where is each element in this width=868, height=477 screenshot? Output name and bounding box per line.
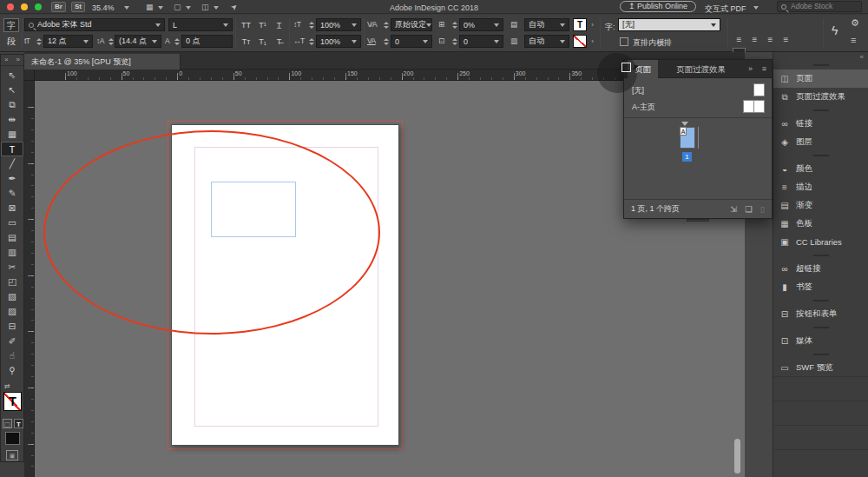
- spread-collapse-triangle[interactable]: [681, 122, 688, 126]
- page-number-badge[interactable]: 1: [682, 152, 692, 162]
- ellipse-shape[interactable]: [43, 130, 380, 335]
- vertical-ruler[interactable]: [24, 81, 35, 477]
- gradient-feather-tool[interactable]: ▨: [1, 304, 23, 319]
- screen-mode-button[interactable]: ▣: [6, 450, 18, 460]
- dock-item-layers[interactable]: ◈图层: [773, 133, 868, 151]
- dock-collapse-icon[interactable]: «: [860, 53, 864, 61]
- format-container-toggle[interactable]: ▢: [3, 419, 12, 428]
- fill-flyout-arrow[interactable]: ›: [589, 18, 596, 31]
- pencil-tool[interactable]: ✎: [1, 186, 23, 201]
- small-caps-button[interactable]: Tт: [239, 35, 253, 49]
- panel-gear-icon[interactable]: ⚙: [851, 17, 858, 30]
- zoom-tool[interactable]: ⚲: [1, 363, 23, 378]
- tools-close-icon[interactable]: ×: [4, 55, 9, 65]
- grid-count-stepper[interactable]: [451, 35, 457, 48]
- quick-apply-icon[interactable]: ϟ: [832, 24, 838, 37]
- align-justify-button[interactable]: ≡: [779, 33, 792, 46]
- page-tool[interactable]: ⧉: [1, 97, 23, 112]
- kerning-field[interactable]: 0 点: [181, 35, 233, 48]
- workspace-switcher[interactable]: 交互式 PDF: [705, 3, 746, 15]
- horizontal-grid-tool[interactable]: ▤: [1, 230, 23, 245]
- content-collector-tool[interactable]: ▦: [1, 127, 23, 142]
- dock-item-bookmarks[interactable]: ▮书签: [773, 278, 868, 296]
- adobe-stock-search-input[interactable]: Adobe Stock: [777, 1, 862, 12]
- direct-selection-tool[interactable]: ↖: [1, 83, 23, 97]
- publish-online-button[interactable]: ↥ Publish Online: [620, 1, 696, 12]
- page-1-thumbnail[interactable]: A: [680, 127, 695, 149]
- workspace-caret[interactable]: [753, 6, 759, 10]
- kerning-stepper[interactable]: [174, 35, 180, 48]
- swap-fill-stroke-icon[interactable]: ⇄: [4, 382, 10, 390]
- stroke-flyout-arrow[interactable]: ›: [589, 35, 596, 48]
- rectangle-tool[interactable]: ▭: [1, 215, 23, 230]
- all-caps-button[interactable]: TT: [239, 18, 253, 32]
- align-center-button[interactable]: ≡: [748, 33, 761, 46]
- note-tool[interactable]: ⊟: [1, 319, 23, 334]
- character-formatting-button[interactable]: 字: [3, 18, 19, 32]
- frame-tool[interactable]: ⊠: [1, 201, 23, 215]
- tsume-stepper[interactable]: [383, 35, 389, 48]
- dock-item-buttons-forms[interactable]: ⊟按钮和表单: [773, 305, 868, 323]
- font-size-select[interactable]: 12 点: [43, 35, 93, 48]
- vertical-scale-select[interactable]: 100%: [316, 18, 361, 31]
- hand-tool[interactable]: ☝: [1, 348, 23, 363]
- type-tool[interactable]: T: [1, 142, 23, 156]
- format-text-toggle[interactable]: T: [14, 419, 23, 428]
- dock-item-gradient[interactable]: ▤渐变: [773, 196, 868, 215]
- master-row-none[interactable]: [无]: [624, 82, 772, 98]
- gyoudori-select[interactable]: 自动: [524, 18, 569, 31]
- paragraph-formatting-button[interactable]: 段: [3, 35, 19, 49]
- dock-item-stroke[interactable]: ≡描边: [773, 178, 868, 196]
- stroke-color-swatch[interactable]: [573, 35, 587, 48]
- vertical-scale-stepper[interactable]: [308, 18, 314, 31]
- gap-tool[interactable]: ⇹: [1, 112, 23, 127]
- leading-stepper[interactable]: [108, 35, 114, 48]
- text-fill-proxy-swatch[interactable]: T: [3, 392, 22, 411]
- tab-page-transitions[interactable]: 页面过渡效果: [669, 60, 733, 78]
- new-page-action-icon[interactable]: ❏: [745, 204, 753, 214]
- font-size-stepper[interactable]: [36, 35, 42, 48]
- dock-item-swatches[interactable]: ▦色板: [773, 215, 868, 233]
- document-tab[interactable]: 未命名-1 @ 35% [GPU 预览]: [24, 54, 181, 70]
- pages-more-icon[interactable]: »: [748, 60, 753, 78]
- eyedropper-tool[interactable]: ✐: [1, 334, 23, 348]
- dock-item-media[interactable]: ⊡媒体: [773, 332, 868, 350]
- vertical-grid-tool[interactable]: ▥: [1, 245, 23, 260]
- dock-item-swf-preview[interactable]: ▭SWF 预览: [773, 359, 868, 377]
- tools-collapse-icon[interactable]: »: [16, 55, 20, 65]
- superscript-button[interactable]: T¹: [255, 18, 270, 32]
- dock-item-pages[interactable]: ◫页面: [773, 70, 868, 88]
- char-align-select[interactable]: 自动: [524, 35, 569, 48]
- tatechuyoko-checkbox[interactable]: [620, 37, 628, 46]
- proportional-spacing-select[interactable]: 0%: [459, 18, 503, 31]
- ruler-corner[interactable]: [24, 70, 35, 81]
- font-style-select[interactable]: L: [168, 18, 233, 31]
- horizontal-scale-stepper[interactable]: [308, 35, 314, 48]
- tracking-select[interactable]: 原始设定: [391, 18, 432, 31]
- align-right-button[interactable]: ≡: [764, 33, 777, 46]
- align-left-button[interactable]: ≡: [733, 33, 746, 46]
- page-transition-action-icon[interactable]: ⇲: [730, 204, 737, 214]
- free-transform-tool[interactable]: ◰: [1, 275, 23, 289]
- panel-menu-icon[interactable]: ≡: [851, 34, 856, 47]
- underline-button[interactable]: T̲: [272, 18, 286, 32]
- dock-item-hyperlinks[interactable]: ∞超链接: [773, 260, 868, 278]
- panel-resize-grip[interactable]: [687, 219, 709, 222]
- master-row-a[interactable]: A-主页: [624, 98, 772, 115]
- line-tool[interactable]: ╱: [1, 156, 23, 171]
- dock-item-links[interactable]: ∞链接: [773, 115, 868, 133]
- pen-tool[interactable]: ✒: [1, 171, 23, 186]
- delete-page-action-icon[interactable]: ▯: [760, 204, 765, 214]
- character-style-select[interactable]: [无]: [618, 18, 720, 31]
- subscript-button[interactable]: T₁: [255, 35, 270, 49]
- vertical-scrollbar[interactable]: [734, 439, 740, 474]
- font-family-select[interactable]: Adobe 宋体 Std: [24, 18, 165, 31]
- fill-color-swatch[interactable]: T: [573, 18, 587, 31]
- selection-tool[interactable]: ⇖: [1, 68, 23, 83]
- grid-count-select[interactable]: 0: [459, 35, 503, 48]
- scissors-tool[interactable]: ✂: [1, 260, 23, 275]
- leading-select[interactable]: (14.4 点: [115, 35, 161, 48]
- apply-color-swatch[interactable]: [5, 432, 20, 445]
- gradient-swatch-tool[interactable]: ▧: [1, 289, 23, 304]
- proportional-spacing-stepper[interactable]: [451, 18, 457, 31]
